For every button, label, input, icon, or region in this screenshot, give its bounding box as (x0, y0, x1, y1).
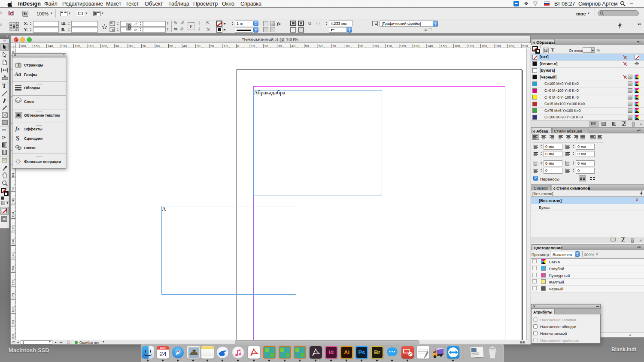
svg-text:150: 150 (34, 44, 40, 48)
svg-text:40: 40 (183, 44, 187, 48)
svg-text:180: 180 (11, 307, 15, 313)
svg-text:110: 110 (386, 44, 392, 48)
svg-text:160: 160 (454, 44, 460, 48)
svg-text:170: 170 (11, 293, 15, 299)
svg-text:10: 10 (251, 44, 255, 48)
svg-text:50: 50 (170, 44, 173, 48)
svg-text:140: 140 (47, 44, 53, 48)
svg-text:170: 170 (468, 44, 474, 48)
svg-text:20: 20 (210, 44, 214, 48)
svg-text:190: 190 (11, 320, 15, 326)
svg-text:70: 70 (332, 44, 336, 48)
svg-text:60: 60 (156, 44, 160, 48)
svg-text:30: 30 (197, 44, 200, 48)
svg-text:80: 80 (11, 173, 15, 177)
svg-text:10: 10 (224, 44, 228, 48)
svg-text:60: 60 (319, 44, 322, 48)
svg-text:120: 120 (400, 44, 406, 48)
svg-text:200: 200 (11, 334, 15, 340)
svg-text:0: 0 (237, 44, 240, 48)
svg-text:30: 30 (278, 44, 282, 48)
svg-text:120: 120 (11, 225, 15, 231)
svg-text:130: 130 (11, 239, 15, 245)
svg-text:150: 150 (441, 44, 447, 48)
svg-text:100: 100 (102, 44, 108, 48)
svg-text:180: 180 (481, 44, 487, 48)
svg-text:190: 190 (495, 44, 501, 48)
svg-text:100: 100 (11, 198, 15, 204)
svg-text:160: 160 (20, 44, 26, 48)
svg-text:130: 130 (61, 44, 67, 48)
svg-text:150: 150 (11, 266, 15, 272)
svg-text:120: 120 (74, 44, 80, 48)
svg-text:210: 210 (522, 44, 528, 48)
svg-text:50: 50 (305, 44, 309, 48)
svg-text:110: 110 (88, 44, 94, 48)
svg-text:70: 70 (142, 44, 146, 48)
svg-text:130: 130 (413, 44, 419, 48)
svg-text:20: 20 (264, 44, 268, 48)
svg-text:140: 140 (427, 44, 433, 48)
svg-text:90: 90 (115, 44, 119, 48)
svg-text:80: 80 (129, 44, 133, 48)
svg-text:140: 140 (11, 252, 15, 258)
svg-text:100: 100 (373, 44, 379, 48)
svg-text:160: 160 (11, 279, 15, 285)
svg-text:80: 80 (346, 44, 349, 48)
svg-text:40: 40 (292, 44, 295, 48)
svg-text:200: 200 (509, 44, 515, 48)
svg-text:90: 90 (11, 187, 15, 190)
svg-text:90: 90 (359, 44, 363, 48)
svg-text:110: 110 (11, 212, 15, 217)
